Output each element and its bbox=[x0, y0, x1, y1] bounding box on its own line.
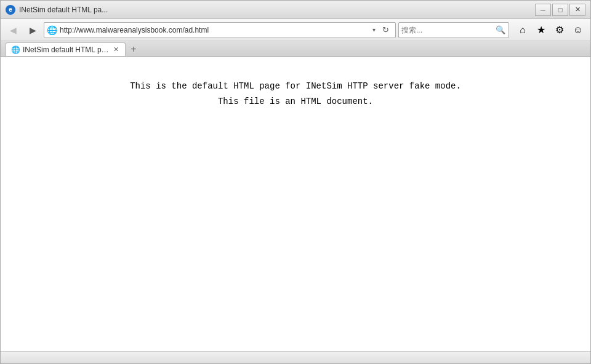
browser-window: e INetSim default HTML pa... ─ □ ✕ ◀ ▶ 🌐… bbox=[0, 0, 591, 364]
content-area: This is the default HTML page for INetSi… bbox=[1, 57, 590, 351]
tab-bar: 🌐 INetSim default HTML pa... ✕ + bbox=[1, 41, 590, 57]
status-bar bbox=[1, 351, 590, 363]
favorites-button[interactable]: ★ bbox=[533, 22, 550, 39]
search-bar: 🔍 bbox=[398, 22, 509, 38]
minimize-button[interactable]: ─ bbox=[535, 4, 551, 16]
tab-active[interactable]: 🌐 INetSim default HTML pa... ✕ bbox=[6, 42, 126, 56]
tab-label: INetSim default HTML pa... bbox=[23, 46, 109, 54]
forward-button[interactable]: ▶ bbox=[24, 22, 41, 39]
search-button[interactable]: 🔍 bbox=[495, 23, 506, 37]
nav-bar: ◀ ▶ 🌐 ▾ ↻ 🔍 ⌂ ★ ⚙ ☺ bbox=[1, 19, 590, 41]
title-bar-controls: ─ □ ✕ bbox=[535, 4, 585, 16]
toolbar-icons: ⌂ ★ ⚙ ☺ bbox=[514, 22, 587, 39]
tab-ie-icon: 🌐 bbox=[11, 46, 20, 54]
search-input[interactable] bbox=[401, 26, 494, 34]
ie-logo: e bbox=[6, 5, 15, 15]
home-button[interactable]: ⌂ bbox=[514, 22, 531, 39]
close-button[interactable]: ✕ bbox=[569, 4, 585, 16]
tab-close-button[interactable]: ✕ bbox=[111, 46, 120, 54]
title-bar-title: INetSim default HTML pa... bbox=[19, 6, 108, 14]
page-line-1: This is the default HTML page for INetSi… bbox=[13, 79, 578, 94]
address-dropdown-icon[interactable]: ▾ bbox=[372, 26, 376, 33]
title-bar: e INetSim default HTML pa... ─ □ ✕ bbox=[1, 1, 590, 19]
back-button[interactable]: ◀ bbox=[4, 22, 22, 39]
smiley-button[interactable]: ☺ bbox=[569, 22, 587, 39]
address-input[interactable] bbox=[60, 26, 370, 34]
refresh-button[interactable]: ↻ bbox=[378, 23, 393, 38]
title-bar-left: e INetSim default HTML pa... bbox=[6, 5, 108, 15]
address-ie-icon: 🌐 bbox=[47, 25, 57, 35]
maximize-button[interactable]: □ bbox=[552, 4, 568, 16]
page-content: This is the default HTML page for INetSi… bbox=[13, 69, 578, 109]
page-line-2: This file is an HTML document. bbox=[13, 94, 578, 109]
settings-button[interactable]: ⚙ bbox=[551, 22, 568, 39]
address-bar: 🌐 ▾ ↻ bbox=[44, 22, 396, 38]
new-tab-button[interactable]: + bbox=[127, 42, 140, 56]
